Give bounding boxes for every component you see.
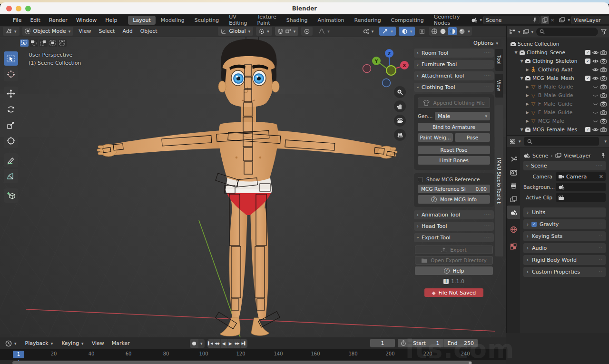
panel-grip[interactable]: ····: [484, 224, 491, 228]
timeline-marker-menu[interactable]: Marker: [108, 340, 134, 346]
move-tool[interactable]: [4, 87, 18, 101]
properties-editor-icon[interactable]: [509, 138, 516, 145]
tab-animation[interactable]: Animation: [313, 16, 349, 25]
shading-solid-icon[interactable]: [440, 28, 446, 35]
scene-dropdown-chevron[interactable]: ▾: [480, 18, 482, 22]
timeline-ruler[interactable]: 1 20 40 60 80 100 120 140 160 180 200 22…: [0, 349, 506, 360]
eye-icon[interactable]: [592, 59, 599, 64]
paint-weights-button[interactable]: Paint Weig...: [418, 133, 453, 142]
outliner-row-mcg-female-mesh[interactable]: ▼ MCG_Female_Mes ✓: [507, 125, 609, 134]
eye-icon[interactable]: [592, 50, 599, 55]
scrollbar-knob[interactable]: [469, 362, 471, 364]
section-room-tool[interactable]: › Room Tool ····: [414, 49, 494, 58]
scene-section-header[interactable]: › Scene ····: [523, 161, 606, 170]
pin-icon[interactable]: [532, 17, 537, 23]
xray-toggle[interactable]: ▾: [399, 27, 415, 36]
timeline-editor-type[interactable]: ▾: [2, 339, 20, 348]
tab-rendering[interactable]: Rendering: [350, 16, 386, 25]
collection-checkbox[interactable]: ✓: [585, 127, 590, 132]
tab-tool-properties[interactable]: [507, 152, 520, 166]
section-animation-tool[interactable]: › Animation Tool ····: [414, 210, 494, 219]
transform-tool[interactable]: [4, 134, 18, 148]
tab-tool[interactable]: Tool: [495, 49, 503, 71]
eye-icon[interactable]: [592, 67, 599, 72]
keying-menu[interactable]: Keying ▾: [59, 339, 86, 348]
menu-file[interactable]: File: [9, 17, 26, 23]
playback-menu[interactable]: Playback ▾: [22, 339, 56, 348]
annotate-tool[interactable]: [4, 153, 18, 167]
viewlayer-dropdown-chevron[interactable]: ▾: [568, 18, 570, 22]
more-mcg-info-button[interactable]: ? More MCG Info: [418, 195, 490, 204]
breadcrumb-scene[interactable]: Scene: [532, 153, 549, 159]
add-cube-tool[interactable]: [4, 188, 18, 203]
zoom-view-button[interactable]: [394, 86, 406, 98]
expand-caret[interactable]: ▶: [525, 110, 530, 115]
shading-wireframe-icon[interactable]: [431, 28, 438, 35]
background-scene-field[interactable]: [556, 183, 606, 191]
outliner-row-scene-collection[interactable]: Scene Collection: [507, 39, 609, 48]
section-head-tool[interactable]: › Head Tool ····: [414, 222, 494, 231]
eye-closed-icon[interactable]: [592, 93, 599, 98]
menu-render[interactable]: Render: [45, 17, 72, 23]
keying-set-chevron[interactable]: ▾: [198, 339, 205, 348]
tab-scene-properties[interactable]: [507, 206, 520, 219]
pivot-point-selector[interactable]: ▾: [256, 27, 272, 36]
section-custom-properties[interactable]: › Custom Properties ··: [523, 267, 606, 277]
toggle-ortho-button[interactable]: [394, 129, 406, 141]
timeline-scrollbar[interactable]: [12, 361, 472, 364]
next-keyframe-button[interactable]: ◆▶: [234, 339, 241, 348]
use-preview-range-button[interactable]: [398, 339, 409, 347]
panel-grip[interactable]: ····: [484, 236, 491, 240]
start-frame-field[interactable]: Start 1: [409, 339, 444, 347]
camera-visibility-icon[interactable]: [600, 49, 607, 55]
tab-world-properties[interactable]: [507, 223, 520, 236]
collection-checkbox[interactable]: ✓: [585, 50, 590, 55]
expand-caret[interactable]: ▶: [525, 119, 530, 123]
expand-caret[interactable]: ▼: [519, 76, 524, 80]
display-mode-icon[interactable]: [509, 29, 516, 35]
outliner-row-mcg-male[interactable]: ▶ ▽ MCG_Male: [507, 117, 609, 125]
pan-view-button[interactable]: [394, 100, 406, 112]
panel-grip[interactable]: ··: [599, 210, 602, 215]
section-furniture-tool[interactable]: › Furniture Tool ····: [414, 60, 494, 69]
expand-caret[interactable]: ▼: [519, 59, 524, 63]
viewport-3d[interactable]: Z Y X: [0, 37, 506, 337]
options-dropdown[interactable]: Options ▾: [470, 39, 501, 47]
mode-selector[interactable]: Object Mode ▾: [22, 27, 74, 36]
outliner-row-f-male-guide-1[interactable]: ▶ ▽ F_Male_Guide: [507, 99, 609, 108]
active-clip-field[interactable]: [556, 193, 606, 202]
display-mode-chevron[interactable]: ▾: [518, 30, 521, 34]
properties-editor-chevron[interactable]: ▾: [519, 139, 521, 144]
gender-select[interactable]: Male ▾: [435, 112, 490, 120]
section-units[interactable]: › Units ··: [523, 207, 606, 217]
camera-visibility-icon[interactable]: [600, 109, 607, 115]
show-mcg-reference-checkbox[interactable]: [418, 177, 423, 182]
camera-visibility-icon[interactable]: [600, 84, 607, 89]
help-button[interactable]: ? Help: [415, 266, 493, 275]
menu-help[interactable]: Help: [101, 17, 121, 23]
select-mode-invert[interactable]: [49, 39, 57, 47]
menu-window[interactable]: Window: [72, 17, 101, 23]
outliner-row-f-male-guide-2[interactable]: ▶ ▽ F_Male_Guide: [507, 108, 609, 117]
outliner-search-input[interactable]: [536, 28, 598, 36]
show-overlays-toggle[interactable]: ▾: [379, 27, 396, 36]
select-mode-subtract[interactable]: [39, 39, 48, 47]
eye-icon[interactable]: [592, 76, 599, 81]
panel-grip[interactable]: ··: [599, 222, 602, 226]
filter-chevron[interactable]: ▾: [531, 30, 534, 34]
pin-icon[interactable]: [601, 153, 606, 158]
play-reverse-button[interactable]: ◀: [221, 339, 227, 348]
panel-grip[interactable]: ····: [596, 164, 603, 168]
tab-imvu-studio-toolkit[interactable]: IMVU Studio Toolkit: [495, 105, 503, 256]
play-button[interactable]: ▶: [227, 339, 234, 348]
menu-add[interactable]: Add: [118, 28, 136, 34]
auto-keying-record-button[interactable]: [190, 339, 198, 348]
pose-button[interactable]: Pose: [455, 133, 490, 142]
menu-view[interactable]: View: [75, 28, 95, 34]
panel-grip[interactable]: ··: [599, 246, 602, 250]
append-clothing-file-button[interactable]: Append Clothing File: [418, 98, 490, 108]
camera-view-button[interactable]: [394, 115, 406, 127]
outliner-row-clothing-avatar[interactable]: ▶ Clothing_Avat: [507, 65, 609, 74]
section-rigid-body-world[interactable]: › Rigid Body World ··: [523, 255, 606, 265]
tab-sculpting[interactable]: Sculpting: [190, 16, 224, 25]
